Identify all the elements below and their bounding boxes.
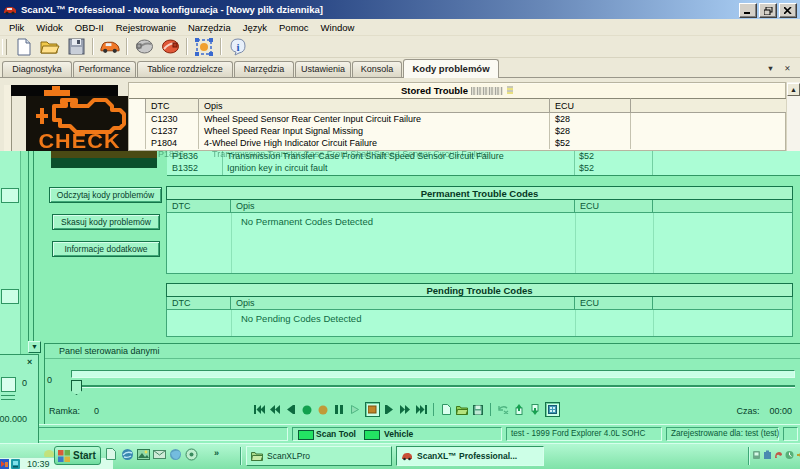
step-back-icon[interactable] bbox=[285, 403, 298, 416]
pause-display-icon[interactable] bbox=[365, 402, 380, 417]
fragment-close-icon[interactable]: × bbox=[27, 357, 32, 367]
scheduler-icon[interactable] bbox=[785, 450, 794, 460]
disconnect-icon[interactable] bbox=[134, 37, 154, 56]
document-icon[interactable] bbox=[104, 447, 118, 461]
tab-tablice-rozdzielcze[interactable]: Tablice rozdzielcze bbox=[137, 61, 233, 77]
start-button[interactable]: Start bbox=[54, 446, 101, 465]
new-log-icon[interactable] bbox=[440, 403, 453, 416]
rewind-icon[interactable] bbox=[269, 403, 282, 416]
start-label: Start bbox=[73, 450, 96, 461]
col-extra[interactable] bbox=[631, 99, 787, 113]
info-icon[interactable]: i bbox=[228, 37, 248, 56]
play-forward-icon[interactable] bbox=[349, 403, 362, 416]
table-row[interactable]: B1352 Ignition key in circuit fault $52 bbox=[167, 163, 800, 175]
vertical-scrollbar[interactable]: ▲ bbox=[786, 82, 800, 151]
save-log-icon[interactable] bbox=[472, 403, 485, 416]
col-dtc[interactable]: DTC bbox=[167, 297, 231, 309]
tab-dropdown-icon[interactable]: ▼ bbox=[764, 63, 777, 75]
windows-logo-icon bbox=[58, 450, 70, 462]
check-engine-lamp: CHECK bbox=[26, 96, 133, 151]
slider-thumb[interactable] bbox=[71, 380, 82, 395]
fragment-value: 0 bbox=[22, 378, 27, 388]
col-ecu[interactable]: ECU bbox=[575, 297, 653, 309]
taskbar-button-scanxlpro[interactable]: ScanXLPro bbox=[246, 446, 392, 466]
settings-icon[interactable] bbox=[545, 402, 560, 417]
status-bar: Scan Tool Vehicle test - 1999 Ford Explo… bbox=[0, 424, 800, 443]
col-ecu[interactable]: ECU bbox=[575, 200, 653, 212]
tab-close-icon[interactable]: ✕ bbox=[781, 63, 794, 75]
playback-progress[interactable] bbox=[71, 370, 795, 378]
new-file-icon[interactable] bbox=[14, 37, 34, 56]
menu-plik[interactable]: Plik bbox=[3, 21, 30, 34]
tab-diagnostyka[interactable]: Diagnostyka bbox=[2, 61, 72, 77]
menu-pomoc[interactable]: Pomoc bbox=[273, 21, 315, 34]
menu-jezyk[interactable]: Język bbox=[237, 21, 273, 34]
scroll-down-icon[interactable]: ▼ bbox=[28, 341, 41, 353]
menu-narzedzia[interactable]: Narzędzia bbox=[182, 21, 237, 34]
table-row[interactable]: P1804 4-Wheel Drive High Indicator Circu… bbox=[146, 137, 787, 149]
scan-tool-led bbox=[298, 430, 314, 440]
open-log-icon[interactable] bbox=[456, 403, 469, 416]
col-opis[interactable]: Opis bbox=[199, 99, 550, 113]
menu-obd2[interactable]: OBD-II bbox=[69, 21, 110, 34]
minimize-button[interactable] bbox=[739, 3, 757, 18]
device-icon[interactable] bbox=[752, 450, 761, 460]
mail-icon[interactable] bbox=[152, 447, 166, 461]
fragment-field bbox=[1, 188, 19, 203]
fast-forward-icon[interactable] bbox=[399, 403, 412, 416]
tab-ustawienia[interactable]: Ustawienia bbox=[295, 61, 351, 77]
record-icon[interactable] bbox=[317, 403, 330, 416]
slider-track[interactable] bbox=[71, 385, 795, 388]
tab-performance[interactable]: Performance bbox=[73, 61, 136, 77]
fragment-time: :00.000 bbox=[0, 414, 27, 424]
export-down-icon[interactable] bbox=[529, 403, 542, 416]
read-codes-button[interactable]: Odczytaj kody problemów bbox=[49, 187, 162, 203]
col-dtc[interactable]: DTC bbox=[167, 200, 231, 212]
volume-icon[interactable] bbox=[796, 450, 800, 460]
close-button[interactable] bbox=[779, 3, 797, 18]
image-viewer-icon[interactable] bbox=[136, 447, 150, 461]
phone-icon[interactable] bbox=[774, 450, 783, 460]
restore-button[interactable] bbox=[759, 3, 777, 18]
browser-icon[interactable] bbox=[168, 447, 182, 461]
skip-to-end-icon[interactable] bbox=[415, 403, 428, 416]
vehicle-icon[interactable] bbox=[100, 37, 120, 56]
open-file-icon[interactable] bbox=[40, 37, 60, 56]
col-opis[interactable]: Opis bbox=[231, 200, 575, 212]
menu-rejestrowanie[interactable]: Rejestrowanie bbox=[110, 21, 182, 34]
pause-icon[interactable] bbox=[333, 403, 346, 416]
battery-icon[interactable] bbox=[763, 450, 772, 460]
fragment-field bbox=[1, 289, 19, 304]
tab-narzedzia[interactable]: Narzędzia bbox=[234, 61, 294, 77]
save-file-icon[interactable] bbox=[66, 37, 86, 56]
col-dtc[interactable]: DTC bbox=[146, 99, 199, 113]
step-forward-icon[interactable] bbox=[383, 403, 396, 416]
internet-explorer-icon[interactable] bbox=[120, 447, 134, 461]
undo-icon[interactable] bbox=[497, 403, 510, 416]
selection-icon[interactable] bbox=[194, 37, 214, 56]
play-icon[interactable] bbox=[301, 403, 314, 416]
table-row[interactable]: C1230 Wheel Speed Sensor Rear Center Inp… bbox=[146, 113, 787, 126]
quick-launch-overflow[interactable]: » bbox=[214, 448, 219, 458]
connect-icon[interactable] bbox=[160, 37, 180, 56]
toolbar-separator bbox=[186, 38, 188, 55]
title-bar[interactable]: ScanXL™ Professional - Nowa konfiguracja… bbox=[0, 0, 800, 19]
media-player-icon[interactable] bbox=[184, 447, 198, 461]
col-ecu[interactable]: ECU bbox=[550, 99, 631, 113]
tab-konsola[interactable]: Konsola bbox=[352, 61, 402, 77]
skip-to-start-icon[interactable] bbox=[253, 403, 266, 416]
additional-info-button[interactable]: Informacje dodatkowe bbox=[52, 241, 160, 257]
permanent-empty-message: No Permanent Codes Detected bbox=[241, 216, 373, 227]
taskbar-button-scanxl-professional[interactable]: ScanXL™ Professional... bbox=[396, 446, 544, 466]
scroll-up-icon[interactable]: ▲ bbox=[787, 83, 800, 96]
table-row[interactable]: C1237 Wheel Speed Rear Input Signal Miss… bbox=[146, 125, 787, 137]
menu-widok[interactable]: Widok bbox=[30, 21, 68, 34]
clear-codes-button[interactable]: Skasuj kody problemów bbox=[52, 214, 160, 230]
menu-window[interactable]: Window bbox=[315, 21, 361, 34]
col-opis[interactable]: Opis bbox=[231, 297, 575, 309]
permanent-table-body: No Permanent Codes Detected bbox=[166, 213, 793, 274]
export-up-icon[interactable] bbox=[513, 403, 526, 416]
table-row[interactable]: P1836 P1836 Transmission Transfer Case F… bbox=[167, 151, 800, 163]
tab-kody-problemow[interactable]: Kody problemów bbox=[403, 59, 499, 78]
toolbar-grip bbox=[2, 39, 7, 55]
